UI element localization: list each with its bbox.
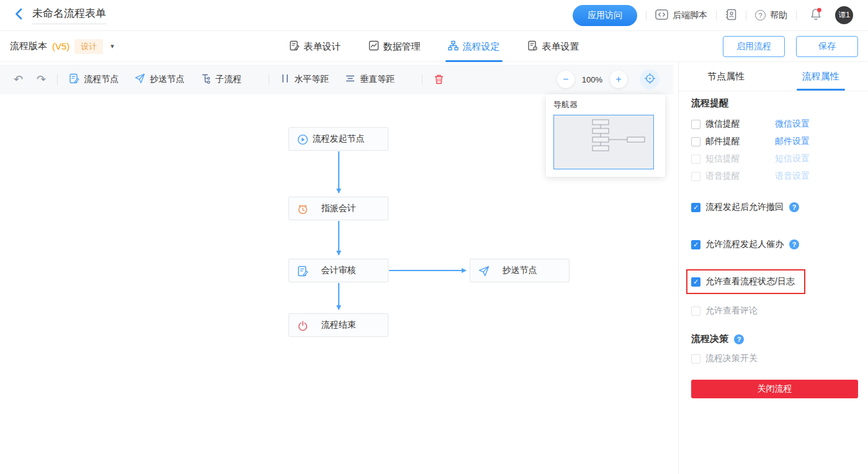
node-accountant-review[interactable]: 会计审核: [289, 259, 388, 282]
app-access-button[interactable]: 应用访问: [573, 5, 637, 26]
tab-node-properties[interactable]: 节点属性: [679, 62, 774, 91]
email-reminder-checkbox[interactable]: [691, 137, 700, 146]
reminder-row-voice: 语音提醒 语音设置: [691, 168, 858, 185]
section-flow-decision: 流程决策 ?: [691, 333, 858, 345]
sms-reminder-checkbox: [691, 154, 700, 164]
version-bar: 流程版本(V5) 设计 ▾ 表单设计 数据管理 流程设定 表单设置: [0, 31, 868, 62]
data-chart-icon: [369, 40, 379, 53]
node-label: 流程结束: [321, 320, 356, 331]
properties-panel: 节点属性 流程属性 流程提醒 微信提醒 微信设置 邮件提醒 邮件设置 短信提醒 …: [678, 62, 868, 474]
divider: [746, 11, 746, 20]
canvas-toolbar: ↶ ↷ 流程节点 抄送节点 子流程 水平等距: [0, 65, 673, 94]
version-label: 流程版本: [10, 40, 47, 52]
help-icon[interactable]: ?: [734, 334, 744, 344]
add-cc-node-button[interactable]: 抄送节点: [135, 73, 184, 86]
option-view-status-log: 允许查看流程状态/日志: [691, 275, 858, 288]
wechat-settings-link[interactable]: 微信设置: [775, 118, 810, 130]
top-header: 未命名流程表单 应用访问 后端脚本 ? 帮助 谭1: [0, 0, 868, 31]
help-icon[interactable]: ?: [789, 239, 799, 249]
horizontal-spacing-button[interactable]: 水平等距: [280, 73, 329, 86]
divider: [422, 74, 423, 85]
code-icon: [655, 9, 668, 22]
reminder-row-email: 邮件提醒 邮件设置: [691, 133, 858, 150]
option-allow-urge: 允许流程发起人催办 ?: [691, 238, 858, 251]
decision-switch-checkbox[interactable]: [691, 354, 700, 364]
email-settings-link[interactable]: 邮件设置: [775, 136, 810, 147]
address-book-button[interactable]: [725, 9, 737, 22]
backend-script-button[interactable]: 后端脚本: [655, 9, 707, 22]
divider: [796, 11, 797, 20]
allow-urge-checkbox[interactable]: [691, 240, 700, 249]
sms-settings-link: 短信设置: [775, 153, 810, 164]
node-label: 指派会计: [321, 203, 356, 214]
tab-form-design[interactable]: 表单设计: [289, 31, 341, 62]
tab-flow-properties[interactable]: 流程属性: [774, 62, 868, 91]
vertical-spacing-icon: [345, 74, 356, 85]
option-allow-withdraw: 流程发起后允许撤回 ?: [691, 201, 858, 213]
subflow-branch-icon: [200, 73, 211, 86]
add-flow-node-button[interactable]: 流程节点: [69, 73, 119, 86]
divider: [57, 74, 58, 85]
paper-plane-icon: [478, 266, 490, 277]
chevron-left-icon: [15, 8, 22, 22]
divider: [646, 11, 647, 20]
navigator-title: 导航器: [553, 99, 665, 110]
zoom-in-button[interactable]: +: [610, 71, 627, 88]
panel-tabs: 节点属性 流程属性: [679, 62, 868, 91]
node-flow-end[interactable]: 流程结束: [289, 313, 388, 337]
notification-bell-icon[interactable]: [809, 7, 823, 24]
reminder-row-wechat: 微信提醒 微信设置: [691, 115, 858, 133]
zoom-level: 100%: [582, 75, 602, 84]
flow-org-icon: [448, 40, 459, 53]
horizontal-spacing-icon: [280, 73, 290, 86]
option-decision-switch: 流程决策开关: [691, 352, 858, 365]
zoom-out-button[interactable]: −: [557, 71, 575, 88]
undo-button[interactable]: ↶: [14, 73, 23, 86]
address-book-icon: [725, 9, 737, 22]
alarm-icon: [297, 203, 308, 215]
divider: [716, 11, 717, 20]
node-label: 会计审核: [321, 265, 356, 276]
vertical-spacing-button[interactable]: 垂直等距: [345, 74, 395, 85]
chevron-down-icon[interactable]: ▾: [110, 42, 114, 50]
help-button[interactable]: ? 帮助: [755, 10, 787, 21]
enable-flow-button[interactable]: 启用流程: [723, 36, 785, 57]
navigator-minimap[interactable]: [553, 115, 654, 169]
help-icon[interactable]: ?: [789, 202, 799, 212]
doc-edit-icon: [69, 73, 79, 86]
design-badge[interactable]: 设计: [74, 39, 103, 54]
tab-flow-setting[interactable]: 流程设定: [448, 31, 500, 62]
doc-edit-icon: [297, 266, 308, 277]
power-icon: [297, 320, 308, 331]
node-cc[interactable]: 抄送节点: [470, 259, 570, 282]
close-flow-button[interactable]: 关闭流程: [691, 380, 858, 398]
target-icon: [644, 73, 656, 87]
save-button[interactable]: 保存: [796, 36, 858, 57]
option-view-comments: 允许查看评论: [691, 305, 858, 317]
page-title: 未命名流程表单: [32, 6, 106, 24]
redo-button[interactable]: ↷: [37, 73, 46, 86]
question-mark-icon: ?: [755, 10, 766, 20]
node-assign-accountant[interactable]: 指派会计: [289, 197, 388, 220]
tab-data-management[interactable]: 数据管理: [369, 31, 421, 62]
section-flow-reminder: 流程提醒: [691, 97, 858, 109]
flow-canvas[interactable]: ↶ ↷ 流程节点 抄送节点 子流程 水平等距: [0, 62, 678, 474]
version-number: (V5): [52, 41, 69, 51]
node-flow-start[interactable]: 流程发起节点: [289, 127, 388, 151]
main-tabs: 表单设计 数据管理 流程设定 表单设置: [289, 31, 579, 62]
fit-view-button[interactable]: [640, 69, 660, 89]
tab-form-settings[interactable]: 表单设置: [527, 31, 579, 62]
node-label: 抄送节点: [503, 265, 537, 276]
view-status-log-checkbox[interactable]: [691, 277, 700, 287]
view-comments-checkbox[interactable]: [691, 306, 700, 316]
user-avatar[interactable]: 谭1: [835, 6, 853, 24]
form-gear-icon: [527, 40, 538, 53]
delete-trash-icon[interactable]: [434, 74, 444, 85]
allow-withdraw-checkbox[interactable]: [691, 203, 700, 212]
divider: [269, 74, 269, 85]
back-button[interactable]: [15, 8, 22, 22]
voice-settings-link: 语音设置: [775, 171, 810, 182]
add-subflow-button[interactable]: 子流程: [200, 73, 241, 86]
wechat-reminder-checkbox[interactable]: [691, 120, 700, 129]
navigator-panel: 导航器: [546, 94, 665, 177]
